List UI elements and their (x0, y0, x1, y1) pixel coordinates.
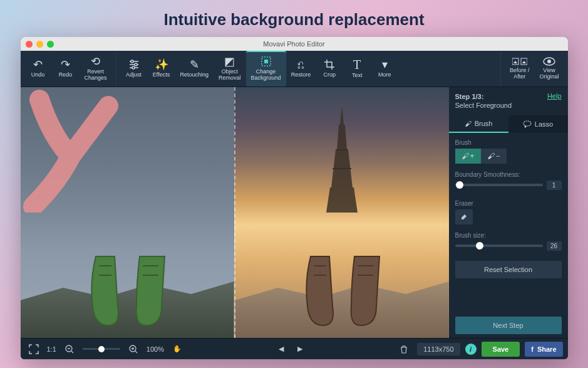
undo-icon: ↶ (33, 59, 43, 70)
crop-button[interactable]: Crop (316, 51, 343, 87)
brush-icon: 🖌 (465, 120, 472, 127)
titlebar: Movavi Photo Editor (21, 37, 568, 51)
zoom-in-button[interactable] (125, 341, 142, 357)
smoothness-label: Boundary Smoothness: (455, 171, 562, 178)
step-name: Select Foreground (455, 102, 512, 109)
zoom-out-button[interactable] (61, 341, 78, 357)
minimize-icon[interactable] (36, 41, 43, 48)
change-background-icon (260, 56, 272, 67)
pan-button[interactable]: ✋ (169, 341, 185, 357)
fit-screen-button[interactable] (26, 341, 42, 357)
facebook-icon: f (531, 345, 534, 353)
brush-subtract-button[interactable]: 🖌− (481, 149, 507, 164)
svg-point-1 (131, 60, 133, 63)
change-background-label: Change Background (251, 69, 281, 81)
svg-line-25 (71, 351, 73, 353)
restore-button[interactable]: ⎌ Restore (286, 51, 316, 87)
brush-add-button[interactable]: 🖌+ (455, 149, 481, 164)
zoom-in-icon (129, 345, 138, 354)
object-removal-icon: ◩ (224, 56, 235, 67)
prev-icon: ◀ (279, 345, 284, 353)
smoothness-slider[interactable] (455, 184, 543, 186)
effects-label: Effects (153, 72, 170, 78)
svg-point-22 (524, 121, 531, 126)
trash-icon (400, 345, 408, 354)
before-after-button[interactable]: Before / After (505, 51, 535, 87)
canvas-right-after (234, 87, 449, 338)
delete-button[interactable] (396, 341, 412, 357)
object-removal-button[interactable]: ◩ Object Removal (214, 51, 246, 87)
retouching-icon: ✎ (190, 59, 199, 70)
more-icon: ▾ (382, 59, 388, 70)
maximize-icon[interactable] (47, 41, 54, 48)
step-header: Step 1/3: Select Foreground Help (449, 87, 568, 113)
adjust-icon (128, 59, 140, 70)
brush-size-label: Brush size: (455, 232, 562, 239)
adjust-button[interactable]: Adjust (120, 51, 148, 87)
revert-icon: ⟲ (91, 56, 100, 67)
ratio-label: 1:1 (47, 345, 56, 353)
svg-point-5 (132, 66, 135, 69)
boots-green (71, 244, 183, 332)
help-link[interactable]: Help (547, 92, 562, 100)
undo-button[interactable]: ↶ Undo (24, 51, 52, 87)
before-after-label: Before / After (510, 68, 530, 80)
share-button[interactable]: f Share (525, 342, 562, 357)
zoom-out-icon (65, 345, 74, 354)
dimensions-display: 1113x750 (417, 343, 460, 355)
tab-lasso[interactable]: Lasso (508, 115, 568, 133)
toolbar: ↶ Undo ↷ Redo ⟲ Revert Changes Adjust ✨ … (21, 51, 568, 87)
redo-icon: ↷ (61, 59, 70, 70)
zoom-slider[interactable] (83, 348, 120, 350)
revert-label: Revert Changes (85, 69, 107, 81)
adjust-label: Adjust (126, 72, 142, 78)
brush-size-slider[interactable] (455, 244, 543, 247)
text-button[interactable]: T Text (343, 51, 371, 87)
close-icon[interactable] (26, 41, 33, 48)
side-panel: Step 1/3: Select Foreground Help 🖌 Brush… (449, 87, 568, 338)
canvas-left-before (21, 87, 234, 338)
crop-label: Crop (323, 72, 336, 78)
window-title: Movavi Photo Editor (263, 40, 324, 48)
expand-icon (29, 344, 39, 354)
next-image-button[interactable]: ▶ (292, 341, 308, 357)
zoom-value: 100% (147, 345, 164, 353)
traffic-lights (26, 41, 54, 48)
crop-icon (324, 59, 335, 70)
content-area: Step 1/3: Select Foreground Help 🖌 Brush… (21, 87, 568, 338)
tab-lasso-label: Lasso (535, 120, 553, 128)
revert-button[interactable]: ⟲ Revert Changes (80, 51, 112, 87)
bottombar: 1:1 100% ✋ ◀ ▶ 1113x750 i Save f Share (21, 338, 568, 359)
tab-brush[interactable]: 🖌 Brush (449, 115, 508, 133)
info-button[interactable]: i (465, 344, 477, 355)
next-icon: ▶ (297, 345, 302, 353)
tab-brush-label: Brush (475, 120, 493, 127)
svg-line-28 (135, 351, 137, 353)
redo-button[interactable]: ↷ Redo (52, 51, 80, 87)
step-number: Step 1/3: (455, 92, 512, 101)
before-after-icon (512, 57, 527, 66)
boots-brown (286, 244, 398, 332)
eraser-button[interactable] (455, 209, 473, 224)
prev-image-button[interactable]: ◀ (273, 341, 289, 357)
svg-rect-7 (264, 60, 268, 63)
change-background-button[interactable]: Change Background (246, 51, 286, 87)
effects-icon: ✨ (155, 59, 168, 70)
brush-size-value: 26 (547, 241, 562, 251)
view-original-label: View Original (539, 68, 559, 80)
canvas[interactable] (21, 87, 449, 338)
eraser-label: Eraser (455, 200, 562, 207)
brush-stroke-mark (21, 87, 133, 213)
restore-icon: ⎌ (297, 59, 304, 70)
effects-button[interactable]: ✨ Effects (148, 51, 175, 87)
reset-selection-button[interactable]: Reset Selection (455, 261, 562, 278)
object-removal-label: Object Removal (219, 69, 241, 81)
app-window: Movavi Photo Editor ↶ Undo ↷ Redo ⟲ Reve… (21, 37, 568, 359)
more-label: More (378, 72, 391, 78)
eraser-icon (460, 213, 468, 221)
more-button[interactable]: ▾ More (371, 51, 398, 87)
next-step-button[interactable]: Next Step (455, 317, 562, 334)
retouching-button[interactable]: ✎ Retouching (175, 51, 214, 87)
save-button[interactable]: Save (482, 342, 520, 357)
view-original-button[interactable]: View Original (534, 51, 564, 87)
